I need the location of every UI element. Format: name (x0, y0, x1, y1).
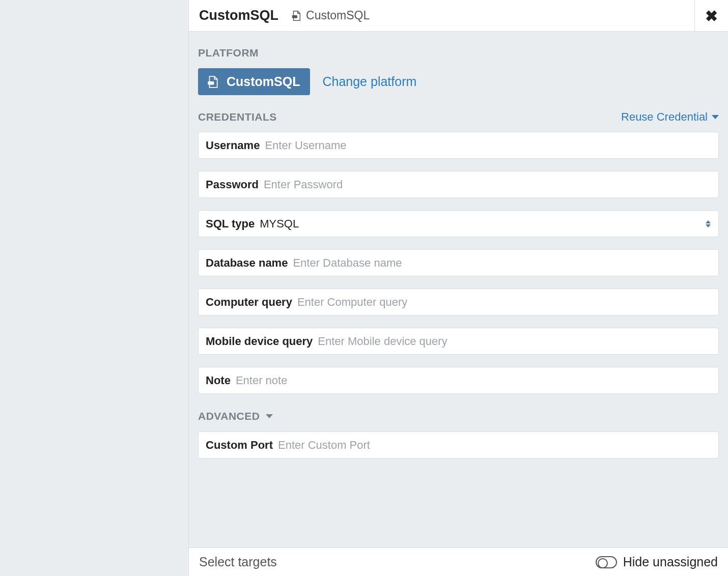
sql-file-icon: SQL (291, 10, 306, 21)
caret-down-icon (266, 414, 273, 418)
left-gutter (0, 0, 188, 576)
database-name-input[interactable] (293, 250, 711, 276)
panel-subtitle: CustomSQL (306, 9, 370, 22)
panel-header: CustomSQL SQL CustomSQL ✖ (189, 0, 728, 32)
change-platform-link[interactable]: Change platform (322, 74, 416, 89)
note-label: Note (206, 374, 231, 387)
custom-port-label: Custom Port (206, 439, 273, 452)
computer-query-label: Computer query (206, 296, 292, 309)
mobile-device-query-label: Mobile device query (206, 335, 313, 348)
username-input[interactable] (265, 132, 711, 158)
reuse-credential-link[interactable]: Reuse Credential (621, 110, 719, 124)
advanced-section-label: ADVANCED (198, 410, 260, 422)
svg-text:SQL: SQL (209, 81, 214, 84)
credentials-section-label: CREDENTIALS (198, 111, 277, 123)
credentials-header: CREDENTIALS Reuse Credential (198, 110, 719, 124)
custom-port-input[interactable] (278, 432, 711, 458)
password-field[interactable]: Password (198, 171, 719, 198)
close-button[interactable]: ✖ (694, 0, 728, 32)
note-input[interactable] (236, 367, 711, 393)
username-label: Username (206, 139, 260, 152)
panel-subtitle-group: SQL CustomSQL (291, 9, 370, 22)
select-targets-label: Select targets (199, 555, 277, 569)
chevron-down-icon (712, 115, 719, 119)
hide-unassigned-toggle[interactable]: Hide unassigned (596, 555, 718, 569)
password-label: Password (206, 178, 259, 191)
reuse-credential-label: Reuse Credential (621, 110, 708, 124)
sql-type-label: SQL type (206, 217, 255, 231)
select-caret-icon (705, 220, 711, 227)
platform-section-label: PLATFORM (198, 47, 719, 59)
toggle-icon (596, 556, 617, 568)
close-icon: ✖ (705, 7, 718, 25)
computer-query-input[interactable] (297, 289, 711, 315)
platform-row: SQL CustomSQL Change platform (198, 68, 719, 95)
sql-type-value: MYSQL (260, 217, 705, 231)
mobile-device-query-input[interactable] (318, 328, 711, 354)
platform-badge[interactable]: SQL CustomSQL (198, 68, 310, 95)
panel-body: PLATFORM SQL CustomSQL Change platform (189, 32, 728, 548)
platform-badge-label: CustomSQL (227, 74, 300, 89)
sql-file-icon: SQL (206, 75, 219, 89)
sql-type-field[interactable]: SQL type MYSQL (198, 210, 719, 237)
database-name-field[interactable]: Database name (198, 249, 719, 276)
custom-port-field[interactable]: Custom Port (198, 431, 719, 458)
targets-bar: Select targets Hide unassigned (189, 548, 728, 576)
panel-title: CustomSQL (199, 8, 278, 23)
password-input[interactable] (264, 171, 711, 197)
database-name-label: Database name (206, 256, 288, 270)
config-panel: CustomSQL SQL CustomSQL ✖ PLATFORM (188, 0, 728, 576)
svg-text:SQL: SQL (293, 15, 297, 18)
note-field[interactable]: Note (198, 367, 719, 394)
advanced-toggle[interactable]: ADVANCED (198, 410, 273, 422)
username-field[interactable]: Username (198, 132, 719, 159)
computer-query-field[interactable]: Computer query (198, 289, 719, 315)
mobile-device-query-field[interactable]: Mobile device query (198, 328, 719, 355)
hide-unassigned-label: Hide unassigned (623, 555, 718, 569)
